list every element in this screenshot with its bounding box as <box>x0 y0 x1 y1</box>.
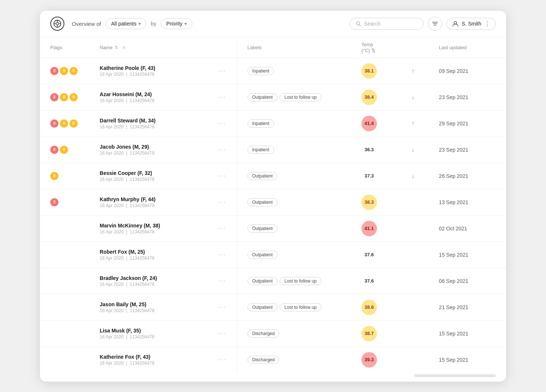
table-row[interactable]: 8Kathryn Murphy (F, 44)16 Apr 2020 | 113… <box>40 189 506 215</box>
search-icon <box>356 21 361 26</box>
cell-labels: Outpatient <box>237 215 355 241</box>
cell-name[interactable]: Robert Fox (M, 25)16 Apr 2020 | 11342564… <box>94 241 213 268</box>
table-row[interactable]: Katherine Fox (F, 43)16 Apr 2020 | 11342… <box>40 347 506 373</box>
temp-badge: 37.3 <box>361 168 377 184</box>
table-row[interactable]: 888Darrell Steward (M, 34)16 Apr 2020 | … <box>40 110 506 136</box>
col-header-name[interactable]: Name ⇅ ≡ <box>94 37 213 58</box>
cell-temp: 37.6 <box>355 241 406 268</box>
table-row[interactable]: Robert Fox (M, 25)16 Apr 2020 | 11342564… <box>40 241 506 268</box>
patient-meta: 16 Apr 2020 | 1134256478 <box>100 256 207 261</box>
patient-meta: 16 Apr 2020 | 1134256478 <box>100 151 207 156</box>
row-menu-button[interactable]: ··· <box>218 119 226 127</box>
row-menu-button[interactable]: ··· <box>218 277 226 284</box>
cell-menu[interactable]: ··· <box>212 268 237 294</box>
cell-name[interactable]: Kathryn Murphy (F, 44)16 Apr 2020 | 1134… <box>94 189 213 215</box>
filter-button[interactable] <box>428 17 442 31</box>
cell-menu[interactable]: ··· <box>212 215 237 241</box>
patient-name: Lisa Musk (F, 35) <box>100 328 207 334</box>
table-row[interactable]: Lisa Musk (F, 35)16 Apr 2020 | 113425647… <box>40 320 506 347</box>
row-menu-button[interactable]: ··· <box>218 93 226 101</box>
label-tag: Inpatient <box>247 146 274 154</box>
cell-name[interactable]: Jason Baily (M, 25)16 Apr 2020 | 1134256… <box>94 294 213 320</box>
cell-labels: Outpatient <box>237 189 355 215</box>
label-tag: Outpatient <box>247 172 277 180</box>
col-header-menu <box>212 37 237 58</box>
cell-name[interactable]: Bessie Cooper (F, 32)16 Apr 2020 | 11342… <box>94 163 213 189</box>
row-menu-button[interactable]: ··· <box>218 67 226 74</box>
cell-updated: 21 Sep 2021 <box>433 294 506 320</box>
cell-menu[interactable]: ··· <box>212 189 237 215</box>
cell-labels: Inpatient <box>237 110 355 136</box>
overview-label: Overview of <box>72 21 101 27</box>
table-row[interactable]: 888Azar Hosseini (M, 24)16 Apr 2020 | 11… <box>40 84 506 110</box>
priority-button[interactable]: Priority ▾ <box>161 18 192 29</box>
cell-updated: 23 Sep 2021 <box>433 136 506 163</box>
cell-temp: 38.3 <box>355 189 406 215</box>
cell-menu[interactable]: ··· <box>212 58 237 84</box>
cell-name[interactable]: Marvin McKinney (M, 38)16 Apr 2020 | 113… <box>94 215 213 241</box>
scrollbar-hint[interactable] <box>414 374 496 377</box>
user-button[interactable]: S. Smith ⋮ <box>446 18 496 30</box>
patient-meta: 16 Apr 2020 | 1134256478 <box>100 334 207 339</box>
cell-flags: 888 <box>40 58 94 84</box>
search-box[interactable]: Search <box>350 18 424 30</box>
patient-name: Azar Hosseini (M, 24) <box>100 91 207 97</box>
table-row[interactable]: 888Katherine Poole (F, 43)16 Apr 2020 | … <box>40 58 506 84</box>
row-menu-button[interactable]: ··· <box>218 356 226 363</box>
cell-menu[interactable]: ··· <box>212 241 237 268</box>
header: Overview of All patients ▾ by Priority ▾… <box>40 11 506 37</box>
all-patients-chevron: ▾ <box>139 21 141 26</box>
cell-menu[interactable]: ··· <box>212 294 237 320</box>
cell-name[interactable]: Bradley Jackson (F, 24)16 Apr 2020 | 113… <box>94 268 213 294</box>
table-row[interactable]: Bradley Jackson (F, 24)16 Apr 2020 | 113… <box>40 268 506 294</box>
name-filter-icon[interactable]: ≡ <box>122 44 125 50</box>
table-row[interactable]: 88Jacob Jones (M, 29)16 Apr 2020 | 11342… <box>40 136 506 163</box>
svg-point-1 <box>56 23 59 25</box>
cell-menu[interactable]: ··· <box>212 163 237 189</box>
cell-name[interactable]: Katherine Poole (F, 43)16 Apr 2020 | 113… <box>94 58 213 84</box>
cell-temp: 38.6 <box>355 294 406 320</box>
by-label: by <box>151 21 156 27</box>
row-menu-button[interactable]: ··· <box>218 330 226 337</box>
row-menu-button[interactable]: ··· <box>218 172 226 179</box>
cell-menu[interactable]: ··· <box>212 110 237 136</box>
table-row[interactable]: 8Bessie Cooper (F, 32)16 Apr 2020 | 1134… <box>40 163 506 189</box>
row-menu-button[interactable]: ··· <box>218 303 226 311</box>
cell-name[interactable]: Darrell Steward (M, 34)16 Apr 2020 | 113… <box>94 110 213 136</box>
all-patients-button[interactable]: All patients ▾ <box>105 18 146 29</box>
priority-chevron: ▾ <box>185 21 187 26</box>
col-header-temp: Temp (°C) ⇅ <box>355 37 406 58</box>
cell-name[interactable]: Azar Hosseini (M, 24)16 Apr 2020 | 11342… <box>94 84 213 110</box>
user-more-icon: ⋮ <box>484 20 490 27</box>
patient-name: Marvin McKinney (M, 38) <box>100 223 207 229</box>
cell-menu[interactable]: ··· <box>212 347 237 373</box>
flag-dot: 8 <box>50 198 58 206</box>
label-tag: Discharged <box>247 330 280 338</box>
flag-dot: 8 <box>50 172 58 180</box>
flag-dot: 8 <box>50 93 58 101</box>
row-menu-button[interactable]: ··· <box>218 251 226 258</box>
cell-menu[interactable]: ··· <box>212 136 237 163</box>
logo-icon <box>50 17 64 31</box>
filter-icon <box>432 21 438 26</box>
cell-name[interactable]: Katherine Fox (F, 43)16 Apr 2020 | 11342… <box>94 347 213 373</box>
row-menu-button[interactable]: ··· <box>218 198 226 206</box>
row-menu-button[interactable]: ··· <box>218 224 226 232</box>
label-tag: Outpatient <box>247 224 277 233</box>
cell-name[interactable]: Jacob Jones (M, 29)16 Apr 2020 | 1134256… <box>94 136 213 163</box>
cell-trend: ↓ <box>406 163 433 189</box>
name-sort-icon[interactable]: ⇅ <box>115 45 118 50</box>
cell-name[interactable]: Lisa Musk (F, 35)16 Apr 2020 | 113425647… <box>94 320 213 347</box>
cell-menu[interactable]: ··· <box>212 84 237 110</box>
cell-updated: 29 Sep 2021 <box>433 110 506 136</box>
cell-temp: 39.3 <box>355 347 406 373</box>
patient-meta: 16 Apr 2020 | 1134256478 <box>100 177 207 182</box>
label-tag: Lost to follow up <box>280 277 321 285</box>
table-row[interactable]: Jason Baily (M, 25)16 Apr 2020 | 1134256… <box>40 294 506 320</box>
table-row[interactable]: Marvin McKinney (M, 38)16 Apr 2020 | 113… <box>40 215 506 241</box>
row-menu-button[interactable]: ··· <box>218 146 226 153</box>
label-tag: Outpatient <box>247 303 277 311</box>
patient-meta: 16 Apr 2020 | 1134256478 <box>100 229 207 234</box>
cell-menu[interactable]: ··· <box>212 320 237 347</box>
cell-flags <box>40 320 94 347</box>
